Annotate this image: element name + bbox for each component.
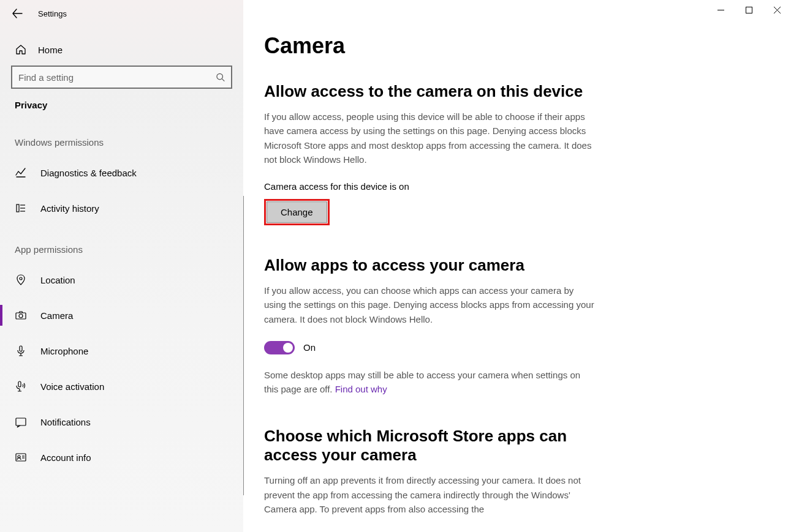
- window-controls: [706, 0, 791, 20]
- svg-rect-9: [20, 346, 22, 351]
- body-allow-device-access: If you allow access, people using this d…: [264, 110, 595, 167]
- heading-choose-apps: Choose which Microsoft Store apps can ac…: [264, 427, 595, 465]
- location-icon: [15, 274, 27, 286]
- home-label: Home: [38, 45, 62, 55]
- nav-top: Home Privacy: [0, 27, 243, 119]
- camera-icon: [15, 309, 27, 321]
- find-out-why-link[interactable]: Find out why: [335, 384, 387, 394]
- account-icon: [15, 451, 27, 463]
- app-title: Settings: [38, 9, 67, 18]
- notifications-icon: [15, 416, 27, 428]
- search-icon: [216, 72, 225, 82]
- svg-rect-2: [17, 204, 19, 212]
- minimize-button[interactable]: [706, 0, 735, 20]
- back-button[interactable]: [11, 7, 23, 20]
- sidebar-item-account-info[interactable]: Account info: [0, 440, 243, 475]
- close-button[interactable]: [763, 0, 791, 20]
- sidebar-item-label: Notifications: [40, 417, 91, 427]
- sidebar-item-label: Voice activation: [40, 381, 104, 392]
- history-icon: [15, 202, 27, 214]
- toggle-knob: [283, 343, 293, 353]
- microphone-icon: [15, 345, 27, 357]
- sidebar: Settings Home Privacy Windows permission…: [0, 0, 243, 532]
- camera-access-status: Camera access for this device is on: [264, 181, 754, 192]
- svg-point-6: [20, 277, 22, 280]
- sidebar-item-label: Diagnostics & feedback: [40, 168, 137, 178]
- sidebar-item-diagnostics[interactable]: Diagnostics & feedback: [0, 155, 243, 190]
- search-input[interactable]: [18, 72, 216, 83]
- sidebar-item-label: Location: [40, 275, 75, 285]
- maximize-icon: [746, 7, 752, 13]
- svg-rect-12: [16, 454, 26, 461]
- heading-allow-apps-access: Allow apps to access your camera: [264, 256, 754, 275]
- sidebar-item-label: Microphone: [40, 346, 88, 356]
- svg-rect-10: [18, 381, 21, 387]
- arrow-left-icon: [12, 8, 23, 19]
- home-button[interactable]: Home: [11, 38, 232, 66]
- heading-allow-device-access: Allow access to the camera on this devic…: [264, 82, 754, 101]
- body-allow-apps-access: If you allow access, you can choose whic…: [264, 283, 595, 326]
- sidebar-item-label: Camera: [40, 310, 73, 321]
- svg-point-0: [217, 73, 223, 80]
- toggle-label: On: [303, 342, 316, 353]
- home-icon: [15, 43, 27, 56]
- close-icon: [774, 7, 781, 13]
- section-windows-permissions: Windows permissions: [0, 119, 243, 155]
- apps-access-toggle-row: On: [264, 341, 754, 354]
- section-app-permissions: App permissions: [0, 226, 243, 262]
- desktop-apps-note: Some desktop apps may still be able to a…: [264, 368, 595, 397]
- titlebar: Settings: [0, 0, 243, 27]
- search-box[interactable]: [11, 66, 232, 89]
- voice-icon: [15, 380, 27, 392]
- sidebar-item-label: Activity history: [40, 203, 99, 214]
- change-button[interactable]: Change: [267, 201, 327, 223]
- svg-rect-17: [746, 7, 752, 13]
- sidebar-item-activity-history[interactable]: Activity history: [0, 190, 243, 226]
- sidebar-item-microphone[interactable]: Microphone: [0, 333, 243, 369]
- sidebar-item-label: Account info: [40, 452, 91, 463]
- sidebar-item-notifications[interactable]: Notifications: [0, 404, 243, 440]
- sidebar-item-location[interactable]: Location: [0, 262, 243, 298]
- svg-rect-11: [16, 418, 26, 425]
- page-title: Camera: [264, 33, 754, 59]
- minimize-icon: [717, 7, 724, 13]
- maximize-button[interactable]: [735, 0, 763, 20]
- svg-point-8: [19, 314, 23, 318]
- diagnostics-icon: [15, 167, 27, 179]
- sidebar-item-voice-activation[interactable]: Voice activation: [0, 369, 243, 404]
- apps-access-toggle[interactable]: [264, 341, 295, 354]
- body-choose-apps: Turning off an app prevents it from dire…: [264, 473, 595, 516]
- main-content: Camera Allow access to the camera on thi…: [243, 0, 791, 532]
- category-label: Privacy: [11, 89, 232, 114]
- svg-line-1: [222, 79, 224, 81]
- change-button-highlight: Change: [264, 199, 330, 225]
- sidebar-item-camera[interactable]: Camera: [0, 298, 243, 333]
